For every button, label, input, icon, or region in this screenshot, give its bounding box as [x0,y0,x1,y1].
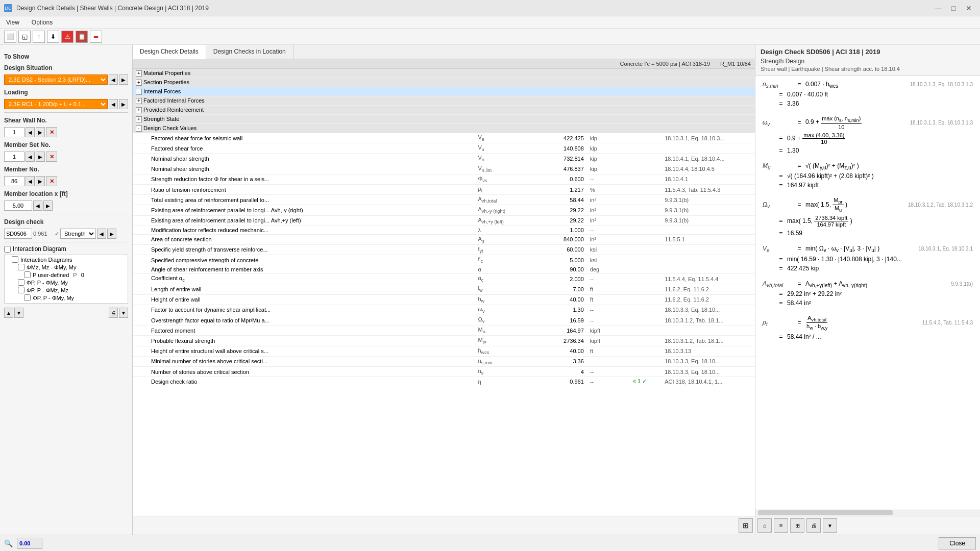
right-home-btn[interactable]: ⌂ [757,518,772,533]
math-omegav-result: 1.30 [787,147,973,154]
design-situation-prev[interactable]: ◀ [109,74,118,85]
shear-wall-clear[interactable]: ✕ [46,127,57,137]
right-print-arrow[interactable]: ▼ [823,518,837,533]
toolbar-btn-4[interactable]: ⬇ [47,31,59,43]
center-panel: Design Check Details Design Checks in Lo… [133,45,755,535]
member-input[interactable] [4,176,24,186]
location-input[interactable] [4,201,32,211]
design-check-next[interactable]: ▶ [107,229,116,239]
menu-options[interactable]: Options [30,18,55,27]
expand-material[interactable]: + [136,70,142,77]
expand-designcheck[interactable]: - [136,126,142,132]
row-ns-unit: -- [587,366,618,377]
tab-design-checks-location[interactable]: Design Checks in Location [206,45,293,59]
section-designcheck: -Design Check Values [133,124,755,133]
left-nav-down[interactable]: ▼ [14,308,23,318]
right-list-btn[interactable]: ≡ [774,518,788,533]
tree-checkbox-p-user[interactable] [24,271,31,278]
shear-wall-input[interactable] [4,127,24,137]
math-mu-expr1: √( (My,u)² + (Mz,u)² ) [805,162,973,170]
location-prev[interactable]: ◀ [33,201,42,211]
right-print-btn[interactable]: 🖨 [806,518,821,533]
row-avhleft-unit: in² [587,215,618,226]
row-alphac-ref: 11.5.4.4, Eq. 11.5.4.4 [662,274,755,284]
shear-wall-next[interactable]: ▶ [36,127,45,137]
math-avh-expr1: Avh,+y(left) + Avh,-y(right) [805,280,888,288]
design-situation-next[interactable]: ▶ [119,74,128,85]
row-vu-unit: kip [587,143,618,154]
member-clear[interactable]: ✕ [46,176,57,186]
section-material: +Material Properties [133,69,755,78]
expand-factored[interactable]: + [136,98,142,104]
menu-view[interactable]: View [4,18,21,27]
expand-section[interactable]: + [136,80,142,86]
row-fyt-name: Specific yield strength of transverse re… [133,244,475,255]
left-print-btn[interactable]: 🖨 [109,308,118,318]
shear-wall-prev[interactable]: ◀ [26,127,35,137]
member-label: Member No. [4,166,128,173]
left-print-arrow[interactable]: ▼ [119,308,128,318]
row-nsmin-unit: -- [587,356,618,366]
loading-select[interactable]: 2.3E RC1 - 1.20D/p + L + 0.1... [4,99,108,109]
right-panel-subtitle: Strength Design [761,58,975,65]
row-avhtotal-unit: in² [587,195,618,205]
location-next[interactable]: ▶ [43,201,53,211]
toolbar-btn-2[interactable]: ◱ [18,31,31,43]
expand-strength[interactable]: + [136,116,142,122]
maximize-button[interactable]: □ [946,3,961,13]
row-vu-sym: Vu [475,143,525,154]
row-mpr-sym: Mpr [475,336,525,346]
right-grid-btn[interactable]: ⊞ [790,518,804,533]
tree-checkbox-pp-mz[interactable] [18,287,24,293]
member-set-next[interactable]: ▶ [36,152,45,162]
toolbar-btn-5[interactable]: ⚠ [61,31,74,43]
close-button[interactable]: Close [939,537,976,549]
interaction-tree: Interaction Diagrams ΦMz, Mz - ΦMy, My P… [4,255,128,304]
section-designcheck-label: Design Check Values [143,125,197,131]
status-input[interactable] [17,538,42,549]
row-eta-unit: -- [587,377,618,386]
member-set-prev[interactable]: ◀ [26,152,35,162]
expand-internal[interactable]: - [136,89,142,95]
member-prev[interactable]: ◀ [26,176,35,186]
tree-checkbox-pp-my2[interactable] [24,294,31,301]
row-lw-unit: ft [587,284,618,294]
interaction-diagram-checkbox[interactable] [4,246,11,253]
toolbar-btn-6[interactable]: 📋 [76,31,88,43]
row-Omegav: Overstrength factor equal to ratio of Mp… [133,315,755,325]
right-panel-scrollbar[interactable] [755,510,980,516]
toolbar-btn-3[interactable]: ↑ [33,31,45,43]
design-check-prev[interactable]: ◀ [97,229,106,239]
toolbar-btn-7[interactable]: ═ [90,31,102,43]
design-check-code-input[interactable] [4,229,32,239]
math-avh-line1: Avh,total = Avh,+y(left) + Avh,-y(right)… [763,280,973,288]
math-Omegav-ref: 18.10.3.1.2, Tab. 18.10.3.1.2 [891,202,973,208]
tree-checkbox-pp-my[interactable] [18,279,24,286]
tree-checkbox-diagrams[interactable] [12,256,18,263]
math-rhot-line1: ρt = Avh,total hw · bw,y 11.5.4.3, Tab. … [763,315,973,331]
minimize-button[interactable]: — [931,3,945,13]
left-nav-up[interactable]: ▲ [4,308,13,318]
loading-next[interactable]: ▶ [119,99,128,109]
tab-design-check-details[interactable]: Design Check Details [133,45,206,59]
row-omegav-check [618,305,662,315]
row-fc-unit: ksi [587,255,618,265]
loading-prev[interactable]: ◀ [109,99,118,109]
expand-reinforcement[interactable]: + [136,107,142,113]
math-mu-expr2: √( (164.96 kipft)² + (2.08 kipft)² ) [787,172,973,180]
toolbar-btn-1[interactable]: ⬜ [4,31,16,43]
design-check-name-select[interactable]: Strength ... [60,229,96,239]
member-set-clear[interactable]: ✕ [46,152,57,162]
row-ag: Area of concrete section Ag 840.000 in² … [133,234,755,244]
close-title-button[interactable]: ✕ [962,3,976,13]
row-fyt: Specific yield strength of transverse re… [133,244,755,255]
design-situation-select[interactable]: 2.3E DS2 - Section 2.3 (LRFD)... [4,74,108,85]
math-avh-line3: = 58.44 in² [763,299,973,307]
member-next[interactable]: ▶ [36,176,45,186]
design-check-label: Design check [4,218,128,226]
center-copy-btn[interactable]: ⊞ [739,518,753,533]
tree-checkbox-mz-my[interactable] [18,264,24,270]
member-set-input[interactable] [4,152,24,162]
row-avhright-name: Existing area of reinforcement parallel … [133,205,475,215]
row-Omegav-name: Overstrength factor equal to ratio of Mp… [133,315,475,325]
